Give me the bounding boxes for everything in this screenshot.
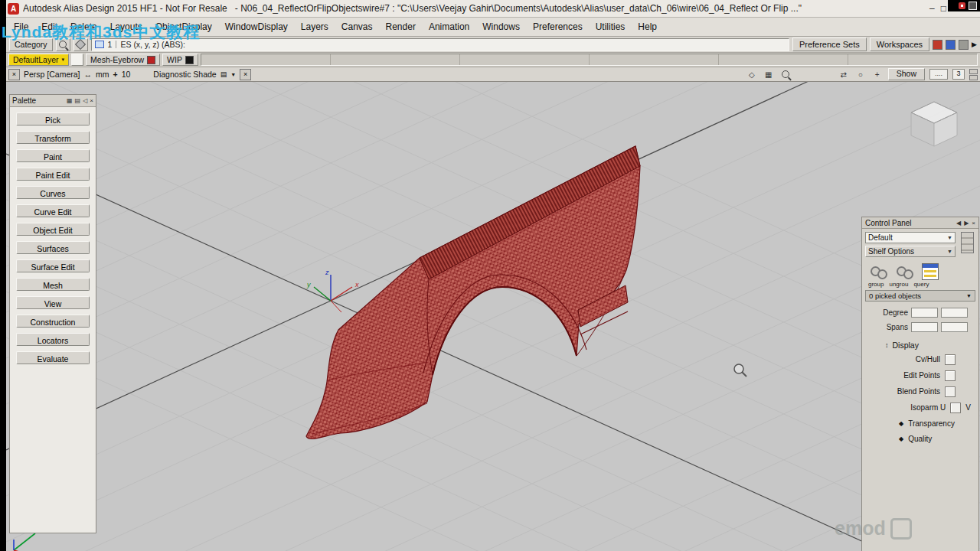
palette-item-curve-edit[interactable]: Curve Edit	[16, 204, 90, 217]
move-view-icon[interactable]: +	[871, 70, 884, 80]
degree-field-2[interactable]	[941, 308, 968, 318]
display-section-header[interactable]: ↕ Display	[885, 341, 975, 350]
orbit-icon[interactable]: ○	[854, 70, 867, 80]
window-overlay-icon[interactable]	[969, 2, 977, 10]
list-icon[interactable]: ▤	[75, 97, 81, 104]
palette-item-pick[interactable]: Pick	[16, 112, 90, 126]
palette-item-view[interactable]: View	[16, 296, 90, 309]
grid-toggle-icon[interactable]: ▦	[763, 70, 775, 80]
blend-points-row: Blend Points	[865, 383, 975, 399]
palette-item-surfaces[interactable]: Surfaces	[16, 241, 90, 254]
shelf-cell[interactable]	[331, 54, 460, 65]
ungroup-icon[interactable]	[896, 265, 914, 280]
shade-dropdown-icon[interactable]: ▼	[230, 72, 236, 77]
shelf-cell[interactable]	[848, 54, 977, 65]
edit-points-checkbox[interactable]	[945, 370, 956, 381]
panel-left-icon[interactable]: ◀	[956, 220, 961, 227]
quality-label: Quality	[908, 435, 932, 443]
close-shade-icon[interactable]: ×	[240, 69, 251, 80]
menu-preferences[interactable]: Preferences	[533, 21, 583, 32]
menu-layers[interactable]: Layers	[301, 21, 328, 32]
minimize-button[interactable]: –	[929, 3, 935, 14]
shelf-drawer-icon[interactable]	[961, 232, 974, 253]
expand-right-icon[interactable]: ▶	[972, 41, 977, 48]
palette-item-paint-edit[interactable]: Paint Edit	[16, 168, 90, 181]
zoom-tool-icon[interactable]	[779, 70, 792, 80]
quality-row: ◆ Quality	[865, 431, 975, 446]
palette-item-curves[interactable]: Curves	[16, 186, 90, 199]
collapse-left-icon[interactable]: ◁	[83, 97, 87, 104]
spans-field-2[interactable]	[941, 322, 968, 332]
units-label: mm	[96, 70, 109, 79]
origin-axis-triad: z y x	[306, 269, 359, 312]
shelf-blue-icon[interactable]	[946, 40, 956, 50]
degree-field-1[interactable]	[911, 308, 938, 318]
shade-mode-label[interactable]: Diagnostic Shade	[153, 70, 216, 79]
black-swatch	[185, 56, 194, 64]
palette-item-mesh[interactable]: Mesh	[16, 278, 90, 291]
spans-field-1[interactable]	[911, 322, 938, 332]
panel-right-icon[interactable]: ▶	[964, 220, 969, 227]
menu-render[interactable]: Render	[386, 21, 416, 32]
workspaces-button[interactable]: Workspaces	[870, 37, 929, 51]
menu-windowdisplay[interactable]: WindowDisplay	[225, 21, 288, 32]
palette-item-locators[interactable]: Locators	[16, 333, 90, 346]
close-palette-icon[interactable]: ×	[90, 97, 93, 104]
palette-item-object-edit[interactable]: Object Edit	[16, 223, 90, 236]
show-button[interactable]: Show	[888, 68, 925, 80]
layout-boxes-icon[interactable]	[969, 69, 978, 80]
maximize-button[interactable]: □	[941, 3, 946, 14]
grid-size-value[interactable]: 10	[122, 70, 131, 79]
shelf-options-select[interactable]: Shelf Options▼	[865, 246, 956, 257]
close-panel-icon[interactable]: ×	[972, 220, 975, 227]
isoparm-u-checkbox[interactable]	[950, 403, 961, 413]
shelf-select[interactable]: Default▼	[865, 232, 956, 243]
palette-item-transform[interactable]: Transform	[16, 131, 90, 144]
query-icon[interactable]	[922, 263, 939, 280]
group-icon[interactable]	[870, 265, 888, 280]
tile-icon[interactable]: ▦	[67, 97, 73, 104]
palette-item-paint[interactable]: Paint	[16, 149, 90, 162]
picked-objects-bar[interactable]: 0 picked objects▼	[865, 290, 975, 302]
palette-item-surface-edit[interactable]: Surface Edit	[16, 259, 90, 272]
default-layer-button[interactable]: DefaultLayer▾	[8, 54, 69, 66]
preference-sets-button[interactable]: Preference Sets	[792, 37, 867, 51]
shelf-cell[interactable]	[201, 54, 331, 65]
cvhull-checkbox[interactable]	[945, 354, 956, 365]
isoparm-row: Isoparm U V	[865, 399, 975, 416]
shelf-cell[interactable]	[460, 54, 590, 65]
view-cube[interactable]	[903, 96, 965, 157]
menu-help[interactable]: Help	[638, 21, 657, 32]
diamond-icon[interactable]: ◆	[899, 435, 903, 442]
application-window: A Autodesk Alias Design 2015 HF1 - Not F…	[0, 0, 980, 551]
menu-animation[interactable]: Animation	[429, 21, 469, 32]
palette-item-construction[interactable]: Construction	[16, 315, 90, 328]
shelf-cell[interactable]	[590, 54, 719, 65]
layer-swatch-button[interactable]	[71, 54, 83, 66]
menu-windows[interactable]: Windows	[482, 21, 520, 32]
palette-item-evaluate[interactable]: Evaluate	[16, 351, 90, 364]
cvhull-label: Cv/Hull	[916, 355, 940, 364]
camera-label[interactable]: Persp [Camera]	[24, 70, 80, 79]
pane-number-field[interactable]: 3	[952, 69, 965, 80]
y-axis-label: y	[306, 281, 311, 289]
diamond-icon[interactable]: ◆	[899, 420, 903, 427]
layer-mesh-eyebrow-button[interactable]: Mesh-Eyebrow	[86, 54, 160, 66]
menu-utilities[interactable]: Utilities	[596, 21, 626, 32]
pan-icon[interactable]: ⇄	[838, 70, 850, 80]
shelf-red-icon[interactable]	[933, 40, 942, 50]
fender-mesh-object[interactable]	[306, 146, 640, 439]
close-viewport-icon[interactable]: ×	[8, 69, 20, 80]
shelf-gray-icon[interactable]	[959, 40, 969, 50]
menu-lines-icon[interactable]: ▤	[220, 70, 227, 78]
menu-canvas[interactable]: Canvas	[341, 21, 373, 32]
tool-palette: Palette ▦ ▤ ◁ × Pick Transform Paint Pai…	[9, 94, 96, 533]
snap-icon[interactable]: ◇	[746, 70, 758, 80]
dots-field[interactable]: ....	[929, 69, 948, 80]
shelf-cell[interactable]	[719, 54, 848, 65]
viewport-canvas[interactable]: z y x	[6, 82, 980, 551]
blend-points-checkbox[interactable]	[945, 386, 956, 397]
layer-wip-button[interactable]: WIP	[162, 54, 198, 66]
grid-axis-lines	[6, 82, 980, 551]
record-overlay-icon[interactable]	[959, 2, 965, 9]
